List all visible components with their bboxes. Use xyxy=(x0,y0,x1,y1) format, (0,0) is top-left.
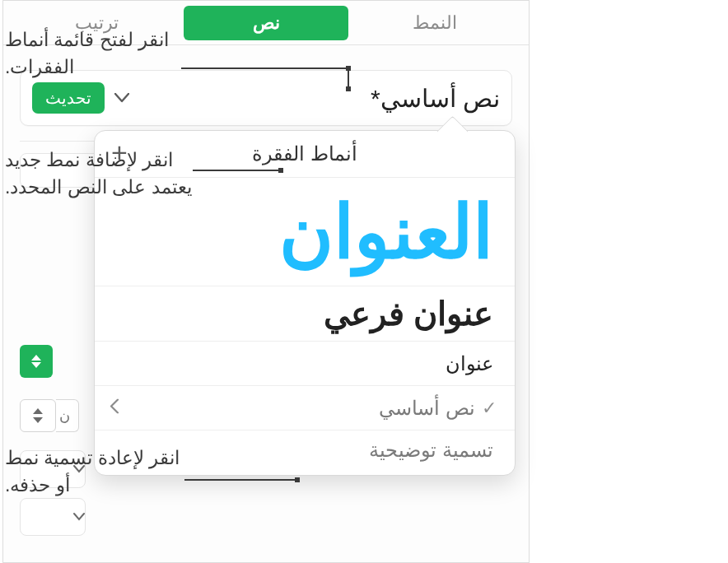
callout-open-menu: انقر لفتح قائمة أنماط الفقرات. xyxy=(5,26,191,81)
chevron-up-icon xyxy=(33,408,43,414)
style-item-label: تسمية توضيحية xyxy=(369,439,493,462)
paragraph-style-menu-chevron[interactable] xyxy=(110,79,134,117)
style-item-subtitle[interactable]: عنوان فرعي xyxy=(95,286,515,342)
chevron-down-icon xyxy=(114,93,129,103)
style-item-label: عنوان فرعي xyxy=(324,295,493,333)
callout-rename-delete: انقر لإعادة تسمية نمط أو حذفه. xyxy=(5,444,191,500)
checkmark-icon: ✓ xyxy=(482,398,497,419)
callout-leader-line xyxy=(184,479,298,481)
style-item-heading[interactable]: عنوان xyxy=(95,342,515,386)
disclosure-row-2[interactable] xyxy=(20,498,86,536)
paragraph-style-name: نص أساسي* xyxy=(134,84,500,113)
callout-leader-line xyxy=(181,67,349,69)
text-color-popup[interactable] xyxy=(20,345,53,378)
callout-leader-line xyxy=(193,170,282,171)
callout-add-style: انقر لإضافة نمط جديد يعتمد على النص المح… xyxy=(5,147,196,202)
paragraph-styles-list: العنوان عنوان فرعي عنوان ✓ نص أساسي تسمي… xyxy=(95,178,515,475)
chevron-down-icon xyxy=(33,417,43,423)
chevron-left-icon xyxy=(110,398,119,413)
size-stepper[interactable] xyxy=(20,399,56,432)
style-item-body[interactable]: ✓ نص أساسي xyxy=(95,386,515,430)
tab-style[interactable]: النمط xyxy=(353,6,517,40)
chevron-down-icon xyxy=(31,362,41,368)
callout-leader-line xyxy=(348,67,349,90)
style-item-label: العنوان xyxy=(279,195,493,269)
style-item-label: عنوان xyxy=(446,352,493,375)
size-stepper-field[interactable]: ن xyxy=(56,399,79,432)
style-item-disclosure-button[interactable] xyxy=(110,398,119,417)
chevron-up-icon xyxy=(31,355,41,361)
tab-text[interactable]: نص xyxy=(184,6,348,40)
chevron-down-icon xyxy=(73,513,85,521)
update-style-button[interactable]: تحديث xyxy=(32,82,105,114)
style-item-label: نص أساسي xyxy=(379,397,475,420)
